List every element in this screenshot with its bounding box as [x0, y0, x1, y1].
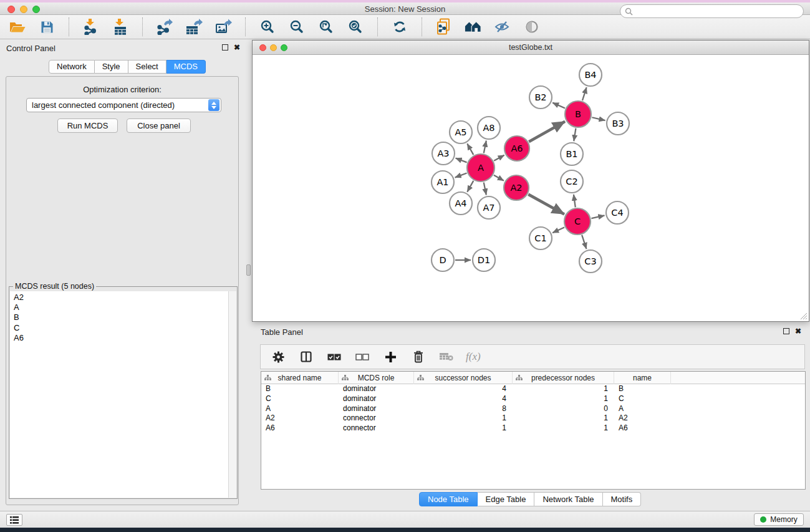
table-panel-float-icon[interactable] — [783, 328, 789, 334]
mcds-list-scrollbar[interactable] — [228, 291, 236, 498]
table-cell[interactable]: connector — [339, 414, 414, 423]
memory-button[interactable]: Memory — [754, 513, 804, 526]
zoom-in-button[interactable] — [259, 17, 276, 36]
graph-edge-A6-B[interactable] — [529, 122, 565, 142]
tab-mcds[interactable]: MCDS — [166, 60, 206, 74]
column-header-shared-name[interactable]: shared name — [261, 372, 339, 384]
table-cell[interactable]: B — [261, 384, 339, 394]
show-tasks-button[interactable] — [6, 514, 22, 526]
tab-motifs[interactable]: Motifs — [603, 492, 642, 506]
table-cell[interactable]: A6 — [614, 423, 671, 433]
column-header-predecessor-nodes[interactable]: predecessor nodes — [513, 372, 614, 384]
add-column-button[interactable] — [382, 347, 399, 366]
tab-network[interactable]: Network — [49, 60, 95, 74]
tab-style[interactable]: Style — [95, 60, 128, 74]
zoom-selected-button[interactable] — [347, 17, 364, 36]
graph-edge-B-B2[interactable] — [552, 103, 565, 109]
table-row-A6[interactable]: A6connector11A6 — [261, 423, 805, 433]
select-all-button[interactable] — [325, 347, 343, 366]
save-session-button[interactable] — [38, 17, 55, 36]
graph-edge-B-B4[interactable] — [582, 87, 587, 100]
graph-edge-A-A1[interactable] — [455, 173, 467, 177]
graph-edge-A-A3[interactable] — [456, 158, 467, 163]
network-from-file-button[interactable] — [435, 17, 453, 36]
network-canvas[interactable]: B4B2BB3A8A5A6A3B1AA1C2A2A4A7C4CC1C3DD1 — [253, 55, 809, 321]
table-settings-button[interactable] — [269, 347, 287, 366]
mcds-result-item[interactable]: C — [14, 323, 228, 333]
graph-edge-C-C3[interactable] — [582, 235, 586, 249]
panel-split-handle[interactable] — [246, 264, 251, 276]
import-network-button[interactable] — [82, 17, 100, 36]
table-row-B[interactable]: Bdominator41B — [261, 384, 805, 394]
table-cell[interactable]: C — [261, 394, 339, 404]
show-eye-button[interactable] — [523, 17, 541, 36]
table-cell[interactable]: 1 — [513, 394, 614, 404]
zoom-fit-button[interactable] — [317, 17, 335, 36]
table-row-C[interactable]: Cdominator41C — [261, 394, 805, 404]
graph-edge-C-C1[interactable] — [552, 228, 564, 233]
close-panel-button[interactable]: Close panel — [127, 118, 191, 133]
tab-node-table[interactable]: Node Table — [419, 492, 478, 506]
graph-edge-A-A8[interactable] — [484, 141, 486, 153]
graph-edge-A-A4[interactable] — [467, 181, 473, 192]
table-cell[interactable]: connector — [339, 423, 414, 433]
show-columns-button[interactable] — [297, 347, 315, 366]
mcds-result-item[interactable]: A — [14, 302, 228, 312]
graph-edge-A-A7[interactable] — [484, 183, 486, 195]
export-image-button[interactable] — [215, 17, 232, 36]
graph-edge-B-B1[interactable] — [574, 128, 576, 142]
optimization-criterion-select[interactable]: largest connected component (directed) — [26, 98, 221, 112]
graph-edge-C-C4[interactable] — [591, 215, 604, 218]
column-header-successor-nodes[interactable]: successor nodes — [414, 372, 513, 384]
open-session-button[interactable] — [9, 17, 26, 36]
search-input[interactable] — [633, 6, 803, 16]
tab-edge-table[interactable]: Edge Table — [478, 492, 535, 506]
table-cell[interactable]: 8 — [414, 404, 513, 414]
table-cell[interactable]: dominator — [339, 394, 414, 404]
table-panel-close-icon[interactable]: ✖ — [795, 328, 801, 334]
export-network-button[interactable] — [156, 17, 173, 36]
control-panel-close-icon[interactable]: ✖ — [234, 44, 240, 51]
table-cell[interactable]: A — [614, 404, 671, 414]
search-field[interactable] — [620, 4, 804, 18]
delete-column-button[interactable] — [410, 347, 427, 366]
mcds-result-item[interactable]: A6 — [14, 333, 228, 343]
refresh-button[interactable] — [391, 17, 408, 36]
table-cell[interactable]: 1 — [414, 414, 513, 423]
table-row-A[interactable]: Adominator80A — [261, 404, 805, 414]
table-cell[interactable]: B — [614, 384, 671, 394]
mcds-result-item[interactable]: B — [14, 312, 228, 322]
table-cell[interactable]: A2 — [261, 414, 339, 423]
table-cell[interactable]: A — [261, 404, 339, 414]
deselect-all-button[interactable] — [354, 347, 371, 366]
table-cell[interactable]: 1 — [513, 423, 614, 433]
graph-edge-A-A5[interactable] — [467, 143, 473, 155]
tab-network-table[interactable]: Network Table — [534, 492, 602, 506]
tab-select[interactable]: Select — [128, 60, 166, 74]
table-cell[interactable]: dominator — [339, 384, 414, 394]
graph-edge-A2-C[interactable] — [528, 195, 564, 215]
window-resize-grip[interactable] — [799, 311, 808, 320]
table-cell[interactable]: A6 — [261, 423, 339, 433]
column-header-name[interactable]: name — [614, 372, 671, 384]
run-mcds-button[interactable]: Run MCDS — [57, 118, 118, 133]
table-cell[interactable]: 1 — [513, 414, 614, 423]
graph-edge-A-A6[interactable] — [494, 155, 504, 161]
table-cell[interactable]: C — [614, 394, 671, 404]
network-window-titlebar[interactable]: testGlobe.txt — [253, 41, 809, 55]
export-table-button[interactable] — [185, 17, 203, 36]
mcds-result-item[interactable]: A2 — [14, 293, 228, 302]
graph-edge-A-A2[interactable] — [494, 175, 504, 181]
graph-edge-C-C2[interactable] — [574, 195, 576, 207]
table-cell[interactable]: dominator — [339, 404, 414, 414]
hide-panels-button[interactable] — [494, 17, 511, 36]
table-cell[interactable]: 4 — [414, 394, 513, 404]
import-table-button[interactable] — [112, 17, 129, 36]
home-view-button[interactable] — [465, 17, 482, 36]
column-header-MCDS-role[interactable]: MCDS role — [339, 372, 414, 384]
table-cell[interactable]: 4 — [414, 384, 513, 394]
table-cell[interactable]: 0 — [513, 404, 614, 414]
table-cell[interactable]: 1 — [513, 384, 614, 394]
table-row-A2[interactable]: A2connector11A2 — [261, 414, 805, 423]
table-cell[interactable]: A2 — [614, 414, 671, 423]
